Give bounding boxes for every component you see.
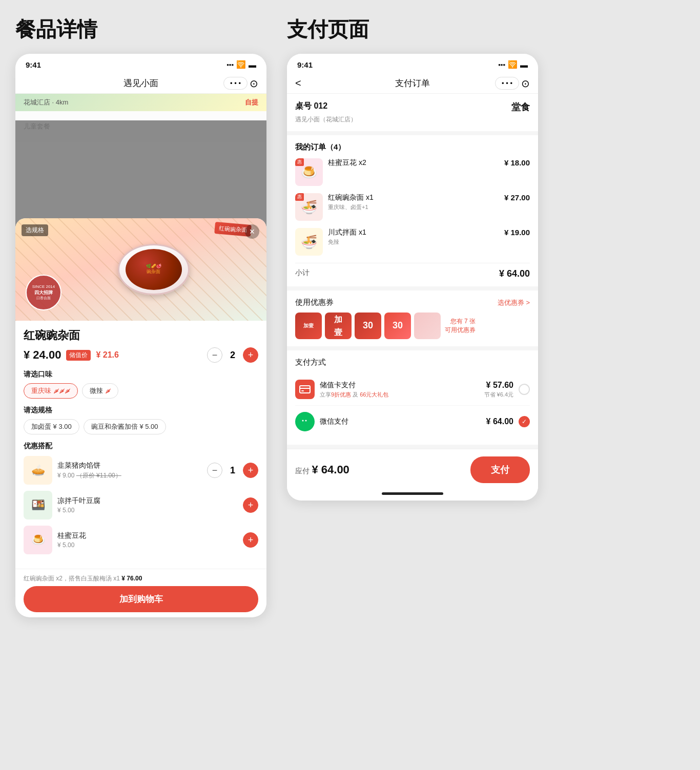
dish-image: SINCE 2014 四大招牌 口香合面 🌿🥜🥩 豌杂面 红碗豌杂面 [15, 218, 266, 321]
combo-name-3: 桂蜜豆花 [57, 531, 238, 540]
storage-pay-info: 储值卡支付 立享9折优惠 及 66元大礼包 [320, 381, 479, 399]
more-icon-r: • • • [502, 79, 512, 87]
storage-pay-icon [295, 380, 315, 399]
subtotal-amount: ¥ 64.00 [499, 268, 530, 279]
target-icon-r: ⊙ [521, 77, 530, 90]
left-section-title: 餐品详情 [15, 15, 266, 44]
order-item-price-2: ¥ 27.00 [504, 193, 530, 202]
coupon-icon-1[interactable]: 加 壹 [295, 313, 322, 339]
bs-content: 红碗豌杂面 ¥ 24.00 储值价 ¥ 21.6 − 2 + 请选口味 [15, 321, 266, 569]
order-item-2: 🍜 惠 红碗豌杂面 x1 重庆味、卤蛋+1 ¥ 27.00 [295, 193, 530, 221]
payable-info: 应付 ¥ 64.00 [295, 463, 349, 476]
payable-label: 应付 [295, 467, 310, 475]
combo-add-2[interactable]: + [243, 497, 258, 513]
coupon-card: 使用优惠券 选优惠券 > 加 壹 加 壹 [287, 290, 538, 346]
add-to-cart-btn[interactable]: 加到购物车 [24, 586, 258, 612]
stamp-badge: SINCE 2014 四大招牌 口香合面 [26, 275, 61, 310]
coupon-icon-3[interactable]: 30 [355, 313, 381, 339]
qty-minus-btn[interactable]: − [207, 347, 222, 363]
nav-title-left: 遇见小面 [123, 77, 158, 89]
qty-plus-btn[interactable]: + [243, 347, 258, 363]
combo-qty-minus-1[interactable]: − [207, 463, 222, 478]
combo-qty-1: 1 [228, 465, 238, 476]
svg-point-3 [300, 417, 310, 425]
combo-title: 优惠搭配 [24, 442, 258, 451]
back-btn[interactable]: < [295, 77, 301, 89]
coupon-icons-row: 加 壹 加 壹 30 30 [295, 313, 530, 339]
table-row-info: 桌号 012 堂食 [295, 101, 530, 113]
signal-icon: ▪▪▪ [227, 61, 234, 69]
flavor-chip-mild[interactable]: 微辣 🌶 [82, 383, 118, 399]
combo-name-1: 韭菜猪肉馅饼 [57, 461, 202, 470]
flavor-title: 请选口味 [24, 370, 258, 379]
combo-img-1: 🥧 [24, 456, 52, 485]
coupon-select-btn[interactable]: 选优惠券 > [498, 298, 530, 307]
order-item-emoji-3: 🍜 [301, 234, 317, 250]
dine-type: 堂食 [511, 101, 530, 113]
coupon-icon-5[interactable] [414, 313, 441, 339]
subtotal-row: 小计 ¥ 64.00 [295, 263, 530, 279]
bs-tag: 选规格 [22, 224, 48, 236]
order-item-info-1: 桂蜜豆花 x2 [328, 158, 499, 168]
qty-display: 2 [228, 350, 238, 361]
wechat-radio[interactable] [519, 416, 530, 427]
payment-frame: 9:41 ▪▪▪ 🛜 ▬ < 支付订单 • • • ⊙ 桌号 012 [287, 54, 538, 501]
order-item-badge-2: 惠 [295, 193, 304, 201]
order-item-name-1: 桂蜜豆花 x2 [328, 158, 499, 168]
order-item-desc-2: 重庆味、卤蛋+1 [328, 203, 499, 211]
status-bar-right: 9:41 ▪▪▪ 🛜 ▬ [287, 54, 538, 73]
svg-point-4 [302, 420, 304, 422]
order-item-img-3: 🍜 [295, 228, 323, 256]
pay-button[interactable]: 支付 [470, 456, 530, 483]
combo-qty-plus-1[interactable]: + [243, 463, 258, 478]
wechat-pay-name: 微信支付 [320, 417, 481, 426]
home-indicator [287, 490, 538, 501]
combo-add-3[interactable]: + [243, 532, 258, 548]
order-item-1: 🍮 惠 桂蜜豆花 x2 ¥ 18.00 [295, 158, 530, 186]
order-header-card: 桌号 012 堂食 遇见小面（花城汇店） [287, 94, 538, 135]
coupon-row: 使用优惠券 选优惠券 > [295, 298, 530, 307]
bowl-visual: 🌿🥜🥩 豌杂面 [118, 244, 190, 295]
combo-img-2: 🍱 [24, 491, 52, 519]
close-btn[interactable]: ✕ [245, 224, 259, 239]
nav-bar-left: 遇见小面 • • • ⊙ [15, 73, 266, 94]
svg-point-5 [305, 420, 307, 422]
order-list-card: 我的订单（4） 🍮 惠 桂蜜豆花 x2 ¥ 18.00 🍜 [287, 135, 538, 290]
payment-option-storage[interactable]: 储值卡支付 立享9折优惠 及 66元大礼包 ¥ 57.60 节省 ¥6.4元 [295, 373, 530, 406]
combo-item-1: 🥧 韭菜猪肉馅饼 ¥ 9.00 （原价 ¥11.00） − 1 + [24, 456, 258, 485]
spec-chip-egg[interactable]: 加卤蛋 ¥ 3.00 [24, 419, 79, 434]
wechat-pay-icon [295, 412, 315, 431]
wifi-icon: 🛜 [236, 60, 246, 69]
status-time-left: 9:41 [26, 60, 41, 69]
order-item-info-2: 红碗豌杂面 x1 重庆味、卤蛋+1 [328, 193, 499, 211]
payment-method-title: 支付方式 [295, 358, 530, 367]
coupon-icons: 加 壹 加 壹 30 30 [295, 313, 441, 339]
coupon-icon-2[interactable]: 加 壹 [325, 313, 352, 339]
flavor-chip-chongqing[interactable]: 重庆味 🌶🌶🌶 [24, 383, 78, 399]
combo-img-3: 🍮 [24, 526, 52, 554]
wifi-icon-r: 🛜 [508, 60, 518, 69]
combo-item-2: 🍱 凉拌千叶豆腐 ¥ 5.00 + [24, 491, 258, 519]
combo-info-2: 凉拌千叶豆腐 ¥ 5.00 [57, 496, 238, 514]
order-item-emoji-2: 🍜 [301, 199, 317, 215]
coupon-icon-4[interactable]: 30 [384, 313, 411, 339]
battery-icon: ▬ [249, 60, 256, 69]
coupon-label: 使用优惠券 [295, 298, 334, 307]
spec-chip-double[interactable]: 豌豆和杂酱加倍 ¥ 5.00 [84, 419, 166, 434]
store-name: 遇见小面（花城汇店） [295, 115, 530, 124]
table-num: 桌号 012 [295, 101, 327, 112]
combo-qty-control-1: − 1 + [207, 463, 258, 478]
payment-method-card: 支付方式 储值卡支付 立享9折优惠 及 66元大礼包 [287, 350, 538, 445]
more-btn[interactable]: • • • [223, 77, 248, 90]
cart-summary-text: 红碗豌杂面 x2，搭售白玉酸梅汤 x1 [24, 575, 120, 582]
more-btn-right[interactable]: • • • [495, 77, 519, 90]
nav-actions-left: • • • ⊙ [223, 77, 258, 90]
price-row: ¥ 24.00 储值价 ¥ 21.6 − 2 + [24, 347, 258, 363]
subtotal-label: 小计 [295, 268, 310, 279]
storage-radio[interactable] [519, 384, 530, 395]
status-icons-right: ▪▪▪ 🛜 ▬ [498, 60, 528, 69]
payment-option-wechat[interactable]: 微信支付 ¥ 64.00 [295, 406, 530, 438]
payable-amount: ¥ 64.00 [312, 463, 349, 476]
svg-rect-2 [301, 390, 304, 391]
combo-name-2: 凉拌千叶豆腐 [57, 496, 238, 506]
